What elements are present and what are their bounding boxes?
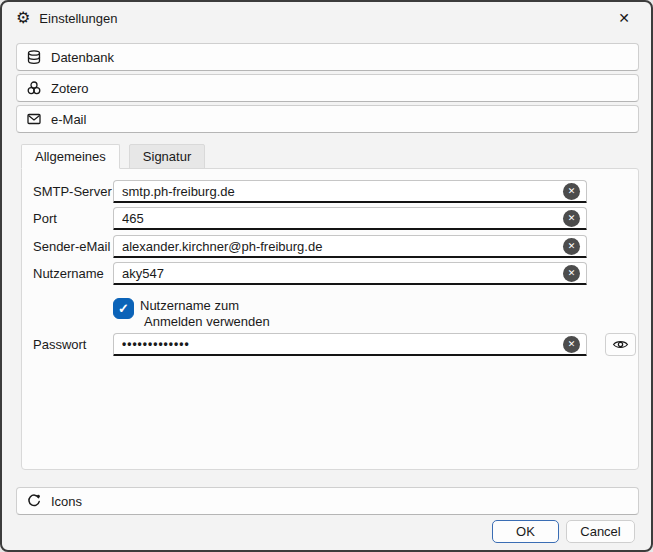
tab-signatur-label: Signatur (143, 149, 191, 164)
close-button[interactable]: ✕ (609, 6, 639, 30)
passwort-row: Passwort ✕ (22, 333, 638, 356)
smtp-server-clear-icon[interactable]: ✕ (563, 183, 580, 200)
tab-signatur[interactable]: Signatur (129, 144, 205, 169)
section-datenbank[interactable]: Datenbank (16, 43, 639, 71)
check-icon: ✓ (118, 302, 129, 315)
port-clear-icon[interactable]: ✕ (563, 210, 580, 227)
use-username-label-line2: Anmelden verwenden (140, 314, 270, 330)
section-zotero-label: Zotero (51, 81, 89, 96)
passwort-input[interactable] (113, 333, 587, 356)
passwort-clear-icon[interactable]: ✕ (563, 336, 580, 353)
port-row: Port ✕ (22, 207, 638, 230)
port-input[interactable] (113, 207, 587, 230)
nutzername-clear-icon[interactable]: ✕ (563, 265, 580, 282)
section-icons[interactable]: Icons (16, 487, 639, 515)
section-email[interactable]: e-Mail (16, 105, 639, 133)
nutzername-label: Nutzername (33, 262, 104, 285)
database-icon (26, 49, 42, 65)
use-username-label[interactable]: Nutzername zum Anmelden verwenden (140, 298, 270, 330)
email-tabbar: Allgemeines Signatur (21, 144, 205, 169)
use-username-label-line1: Nutzername zum (140, 298, 270, 314)
gear-icon: ⚙ (16, 10, 30, 26)
sender-email-row: Sender-eMail ✕ (22, 235, 638, 258)
sender-email-input[interactable] (113, 235, 587, 258)
settings-dialog: ⚙ Einstellungen ✕ Datenbank Zotero e-Mai… (0, 0, 653, 552)
section-icons-label: Icons (51, 494, 82, 509)
smtp-server-row: SMTP-Server ✕ (22, 180, 638, 203)
nutzername-input[interactable] (113, 262, 587, 285)
refresh-icon (26, 493, 42, 509)
nutzername-row: Nutzername ✕ (22, 262, 638, 285)
show-password-button[interactable] (605, 333, 636, 356)
mail-icon (26, 111, 42, 127)
passwort-label: Passwort (33, 333, 86, 356)
eye-icon (612, 336, 629, 353)
dialog-title: Einstellungen (39, 11, 117, 26)
smtp-server-input[interactable] (113, 180, 587, 203)
zotero-icon (26, 80, 42, 96)
section-email-label: e-Mail (51, 112, 86, 127)
use-username-checkbox[interactable]: ✓ (113, 298, 134, 319)
section-datenbank-label: Datenbank (51, 50, 114, 65)
section-zotero[interactable]: Zotero (16, 74, 639, 102)
sender-email-clear-icon[interactable]: ✕ (563, 238, 580, 255)
smtp-server-label: SMTP-Server (33, 180, 112, 203)
cancel-button[interactable]: Cancel (566, 520, 635, 543)
ok-button[interactable]: OK (492, 520, 559, 543)
use-username-row: ✓ Nutzername zum Anmelden verwenden (22, 298, 638, 332)
sender-email-label: Sender-eMail (33, 235, 110, 258)
tab-allgemeines[interactable]: Allgemeines (21, 144, 120, 169)
titlebar: ⚙ Einstellungen ✕ (2, 2, 651, 34)
email-panel: SMTP-Server ✕ Port ✕ Sender-eMail ✕ Nutz… (21, 168, 639, 470)
port-label: Port (33, 207, 57, 230)
tab-allgemeines-label: Allgemeines (35, 149, 106, 164)
